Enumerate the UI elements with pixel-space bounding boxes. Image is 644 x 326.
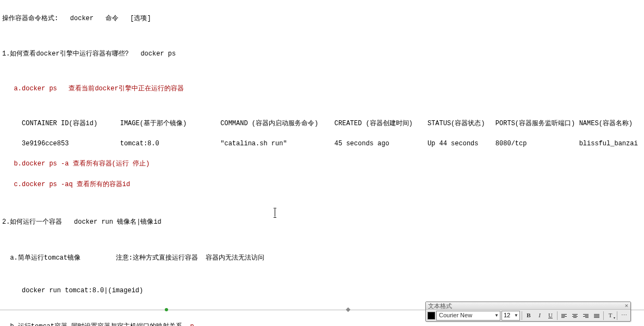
align-right-button[interactable] xyxy=(581,311,591,321)
separator xyxy=(522,311,522,320)
font-size-value: 12 xyxy=(504,311,510,320)
chevron-down-icon: ▼ xyxy=(494,312,499,319)
text-format-toolbar[interactable]: 文本格式 × Courier New ▼ 12 ▼ B I U T▾ ⋯ xyxy=(425,302,631,322)
italic-button[interactable]: I xyxy=(535,311,544,321)
text-line: docker run tomcat:8.0|(imageid) xyxy=(2,286,642,296)
align-center-button[interactable] xyxy=(570,311,580,321)
ruler-marker[interactable] xyxy=(165,308,168,311)
toolbar-title: 文本格式 xyxy=(428,302,452,310)
bold-button[interactable]: B xyxy=(524,311,534,321)
text-color-button[interactable]: T▾ xyxy=(605,311,615,321)
align-left-button[interactable] xyxy=(559,311,569,321)
text-line: 操作容器命令格式: docker 命令 [选项] xyxy=(2,14,642,24)
font-color-swatch[interactable] xyxy=(428,312,435,319)
text-line: c.docker ps -aq 查看所有的容器id xyxy=(2,180,642,190)
col-names: NAMES(容器名称) xyxy=(579,119,642,129)
align-justify-button[interactable] xyxy=(592,311,602,321)
table-header-row: CONTAINER ID(容器id) IMAGE(基于那个镜像) COMMAND… xyxy=(2,119,642,129)
text-line: a.简单运行tomcat镜像 注意:这种方式直接运行容器 容器内无法无法访问 xyxy=(2,253,642,263)
col-ports: PORTS(容器服务监听端口) xyxy=(496,119,579,129)
document-body: 操作容器命令格式: docker 命令 [选项] 1.如何查看docker引擎中… xyxy=(0,0,644,326)
separator xyxy=(617,311,617,320)
col-container-id: CONTAINER ID(容器id) xyxy=(22,119,120,129)
text-line: b.docker ps -a 查看所有容器(运行 停止) xyxy=(2,159,642,169)
separator xyxy=(603,311,604,320)
more-options-button[interactable]: ⋯ xyxy=(619,311,629,321)
col-created: CREATED (容器创建时间) xyxy=(335,119,428,129)
font-size-dropdown[interactable]: 12 ▼ xyxy=(501,311,520,321)
close-icon[interactable]: × xyxy=(624,302,628,310)
separator xyxy=(557,311,558,320)
underline-button[interactable]: U xyxy=(546,311,555,321)
text-line: b.运行tomcat容器,同时设置容器与宿主机端口的映射关系 -p xyxy=(2,322,642,326)
col-command: COMMAND (容器内启动服务命令) xyxy=(220,119,335,129)
toolbar-titlebar[interactable]: 文本格式 × xyxy=(426,302,630,310)
text-line: a.docker ps 查看当前docker引擎中正在运行的容器 xyxy=(2,84,642,94)
table-row: 3e9196cce853 tomcat:8.0 "catalina.sh run… xyxy=(2,139,642,149)
font-family-dropdown[interactable]: Courier New ▼ xyxy=(436,311,500,321)
font-family-value: Courier New xyxy=(439,311,472,320)
col-image: IMAGE(基于那个镜像) xyxy=(120,119,221,129)
text-line: 2.如何运行一个容器 docker run 镜像名|镜像id xyxy=(2,217,642,227)
chevron-down-icon: ▼ xyxy=(514,312,518,319)
text-line: 1.如何查看docker引擎中运行容器有哪些? docker ps xyxy=(2,49,642,59)
col-status: STATUS(容器状态) xyxy=(428,119,496,129)
text-cursor xyxy=(275,209,275,217)
